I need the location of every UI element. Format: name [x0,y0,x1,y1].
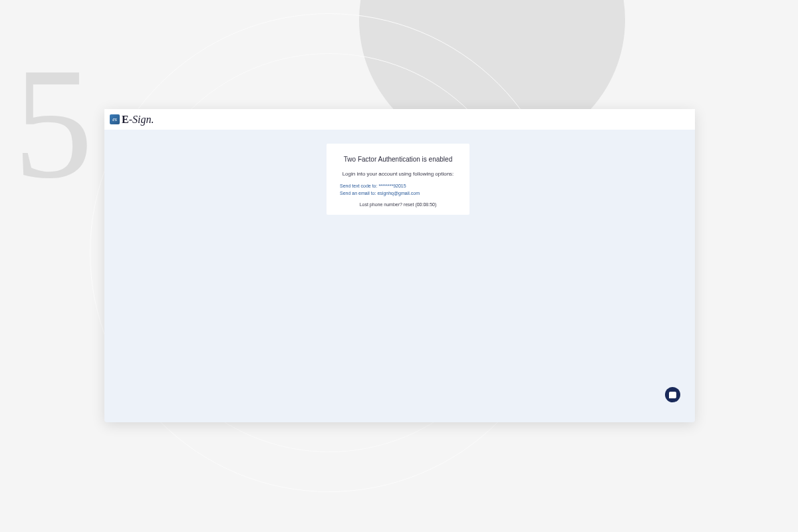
logo-text: E-Sign. [122,114,154,126]
reset-countdown-timer: (00:08:50) [415,202,436,207]
background-numeral: 5 [13,43,93,203]
logo-icon: es [110,114,120,124]
auth-card-title: Two Factor Authentication is enabled [336,156,460,163]
lost-phone-reset-link[interactable]: Lost phone number? reset [360,202,414,207]
sms-code-label: Send text code to: [340,184,377,188]
sms-code-phone-masked: ********92015 [378,184,406,188]
app-header: es E-Sign. [104,109,695,130]
chat-icon [669,392,676,398]
auth-card-instruction: Login into your account using following … [336,171,460,177]
app-window: es E-Sign. Two Factor Authentication is … [104,109,695,422]
chat-support-button[interactable] [665,387,680,402]
auth-card-footer: Lost phone number? reset (00:08:50) [336,202,460,207]
email-code-address: esignhq@gmail.com [377,191,420,196]
sms-code-option[interactable]: Send text code to: ********92015 [336,184,460,188]
logo-icon-text: es [112,116,117,122]
email-code-option[interactable]: Send an email to: esignhq@gmail.com [336,191,460,196]
two-factor-auth-card: Two Factor Authentication is enabled Log… [327,144,469,215]
email-code-label: Send an email to: [340,191,376,196]
